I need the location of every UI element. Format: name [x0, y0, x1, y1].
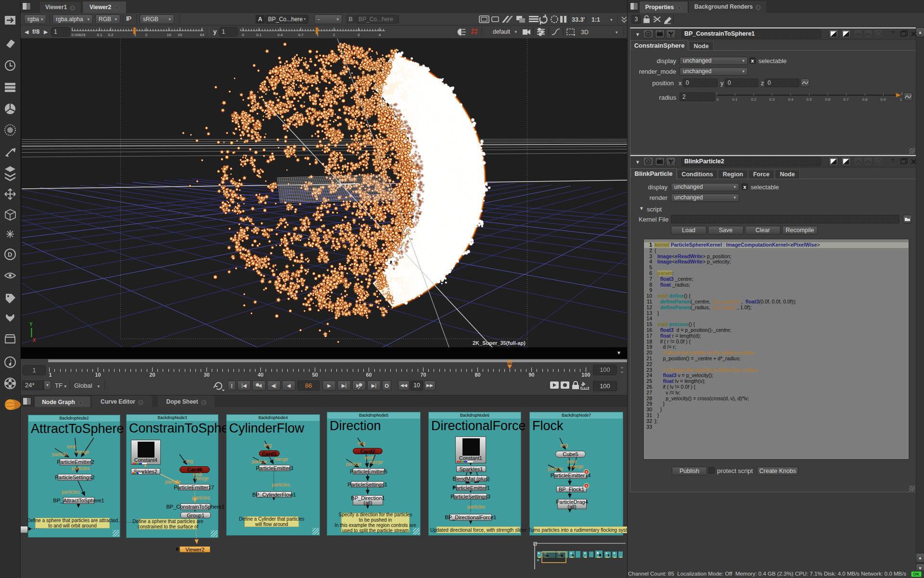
svg-text:0.8: 0.8	[862, 97, 868, 102]
svg-text:10: 10	[167, 33, 171, 37]
svg-text:▾: ▾	[616, 30, 618, 35]
svg-text:0: 0	[717, 97, 719, 102]
svg-text:0.1: 0.1	[732, 97, 738, 102]
svg-text:20: 20	[178, 33, 182, 37]
svg-text:64: 64	[200, 33, 205, 37]
svg-text:2: 2	[333, 33, 335, 37]
svg-text:1: 1	[900, 97, 902, 102]
svg-text:0.00625: 0.00625	[72, 33, 86, 37]
svg-text:0.3: 0.3	[769, 97, 775, 102]
svg-text:0.4: 0.4	[788, 97, 794, 102]
svg-text:▾: ▾	[573, 33, 575, 37]
svg-text:1: 1	[134, 33, 137, 37]
svg-text:0.2: 0.2	[751, 97, 757, 102]
svg-text:0.2: 0.2	[108, 33, 114, 37]
svg-text:D: D	[8, 251, 12, 258]
svg-text:0.7: 0.7	[843, 97, 849, 102]
svg-text:3: 3	[358, 33, 360, 37]
svg-text:0.1: 0.1	[256, 33, 262, 37]
svg-text:0: 0	[242, 33, 244, 37]
svg-text:0.9: 0.9	[880, 97, 886, 102]
svg-text:0.1: 0.1	[97, 33, 103, 37]
svg-text:33.3': 33.3'	[572, 16, 585, 23]
svg-text:y: y	[213, 28, 217, 35]
svg-text:2: 2	[145, 33, 148, 37]
svg-text:0.6: 0.6	[825, 97, 831, 102]
svg-text:1: 1	[317, 33, 319, 37]
svg-text:0.5: 0.5	[806, 97, 812, 102]
svg-text:▾: ▾	[610, 17, 613, 22]
svg-text:0.7: 0.7	[298, 33, 304, 37]
svg-text:3D: 3D	[581, 29, 589, 36]
svg-text:0.4: 0.4	[277, 33, 283, 37]
svg-text:1:1: 1:1	[591, 16, 600, 23]
svg-text:4: 4	[379, 33, 381, 37]
